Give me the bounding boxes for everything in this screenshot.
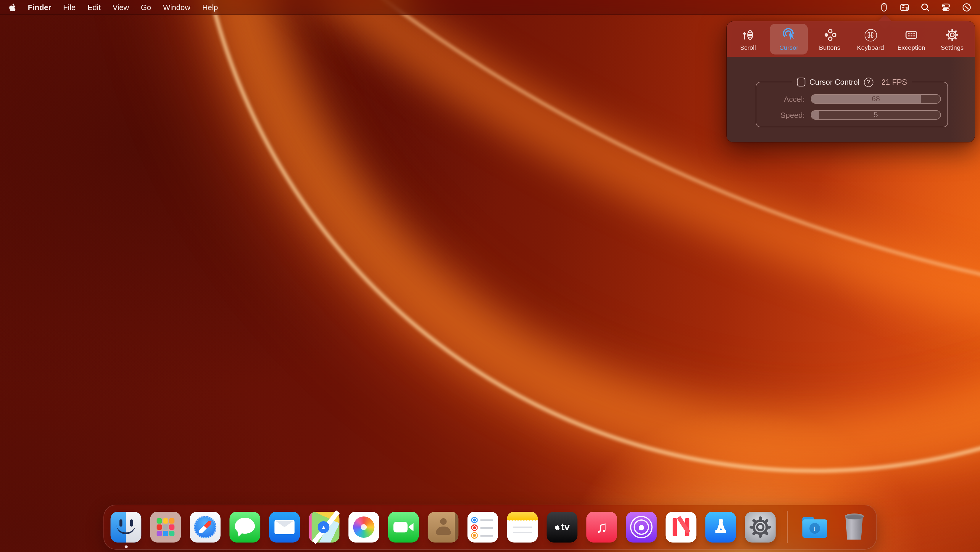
music-note-icon: ♫ [596, 519, 608, 535]
desktop: Finder File Edit View Go Window Help ⌘ [0, 0, 980, 552]
tab-buttons[interactable]: Buttons [811, 24, 849, 54]
mouse-icon[interactable] [878, 2, 889, 12]
scroll-wheel-icon [741, 27, 755, 43]
cursor-control-legend: Cursor Control ? 21 FPS [792, 77, 912, 88]
dock-item-downloads[interactable]: ↓ [799, 512, 830, 542]
menu-item-edit[interactable]: Edit [81, 0, 107, 14]
accel-label: Accel: [756, 94, 805, 103]
help-icon[interactable]: ? [864, 77, 873, 87]
speed-label: Speed: [756, 110, 805, 119]
finder-running-indicator [125, 545, 127, 548]
tab-label: Keyboard [857, 44, 884, 51]
tab-keyboard[interactable]: ⌘ Keyboard [851, 24, 889, 54]
status-icons: ⌘ [878, 2, 972, 12]
apple-tv-label: tv [561, 521, 569, 533]
dock-item-apple-tv[interactable]: tv [547, 512, 578, 542]
speed-value: 5 [811, 111, 940, 119]
dock-item-messages[interactable] [230, 512, 260, 542]
mouse-settings-popover: Scroll Cursor Buttons ⌘ Keyboard [727, 21, 975, 142]
menu-bar: Finder File Edit View Go Window Help ⌘ [0, 0, 980, 15]
apple-menu-icon[interactable] [8, 2, 17, 12]
do-not-disturb-icon[interactable] [961, 2, 972, 12]
cursor-control-label: Cursor Control [810, 78, 859, 86]
control-center-icon[interactable] [940, 2, 951, 12]
menu-item-go[interactable]: Go [135, 0, 157, 14]
maps-navigation-icon: ▲ [318, 521, 329, 533]
dock-item-podcasts[interactable] [626, 512, 657, 542]
accel-value: 68 [811, 95, 940, 103]
dock-item-mail[interactable] [269, 512, 300, 542]
dock-item-photos[interactable] [348, 512, 379, 542]
accel-row: Accel: 68 [756, 94, 947, 104]
keyboard-grid-icon [904, 27, 918, 43]
speed-row: Speed: 5 [756, 110, 947, 120]
keyboard-shortcuts-window-icon[interactable]: ⌘ [899, 2, 910, 12]
speed-slider[interactable]: 5 [811, 110, 941, 120]
dock-item-safari[interactable] [190, 512, 221, 542]
mouse-buttons-icon [822, 27, 837, 43]
dock-divider [787, 511, 788, 543]
menu-item-help[interactable]: Help [196, 0, 224, 14]
dock-item-reminders[interactable] [468, 512, 498, 542]
tab-cursor[interactable]: Cursor [770, 24, 808, 54]
dock-item-launchpad[interactable] [150, 512, 181, 542]
dock-item-contacts[interactable] [428, 512, 459, 542]
tab-scroll[interactable]: Scroll [729, 24, 767, 54]
svg-text:⌘: ⌘ [905, 6, 908, 10]
dock-item-music[interactable]: ♫ [587, 512, 617, 542]
dock-item-app-store[interactable] [705, 512, 736, 542]
accel-slider[interactable]: 68 [811, 94, 941, 104]
finder-smile [116, 524, 135, 534]
search-icon[interactable] [920, 2, 930, 12]
popover-tab-bar: Scroll Cursor Buttons ⌘ Keyboard [727, 21, 975, 57]
apple-icon [555, 523, 560, 531]
download-arrow-icon: ↓ [809, 523, 820, 534]
tab-label: Buttons [819, 44, 841, 51]
tab-label: Scroll [740, 44, 756, 51]
menu-item-view[interactable]: View [107, 0, 135, 14]
gear-icon [945, 27, 959, 43]
tab-settings[interactable]: Settings [933, 24, 971, 54]
dock-item-maps[interactable]: ▲ [309, 512, 340, 542]
dock-item-news[interactable] [666, 512, 697, 542]
tab-exception[interactable]: Exception [892, 24, 930, 54]
cursor-control-group: Cursor Control ? 21 FPS Accel: 68 Speed: [756, 82, 948, 127]
menu-item-file[interactable]: File [57, 0, 81, 14]
fps-value: 21 FPS [881, 78, 907, 86]
menu-items: Finder File Edit View Go Window Help [22, 0, 224, 14]
dock-item-finder[interactable] [111, 512, 142, 542]
cursor-control-checkbox[interactable] [797, 78, 805, 86]
dock-item-system-settings[interactable] [745, 512, 776, 542]
dock-item-notes[interactable] [507, 512, 538, 542]
tab-label: Cursor [780, 44, 798, 51]
settings-gear-icon [749, 515, 772, 539]
command-key-icon: ⌘ [864, 27, 877, 43]
dock-item-facetime[interactable] [388, 512, 419, 542]
menu-item-window[interactable]: Window [157, 0, 196, 14]
tab-label: Settings [941, 44, 964, 51]
dock: ▲ tv ♫ ↓ [103, 505, 877, 550]
menu-item-finder[interactable]: Finder [22, 0, 57, 14]
cursor-click-icon [782, 27, 796, 43]
dock-item-trash[interactable] [839, 512, 870, 542]
popover-body: Cursor Control ? 21 FPS Accel: 68 Speed: [727, 57, 975, 142]
tab-label: Exception [897, 44, 925, 51]
